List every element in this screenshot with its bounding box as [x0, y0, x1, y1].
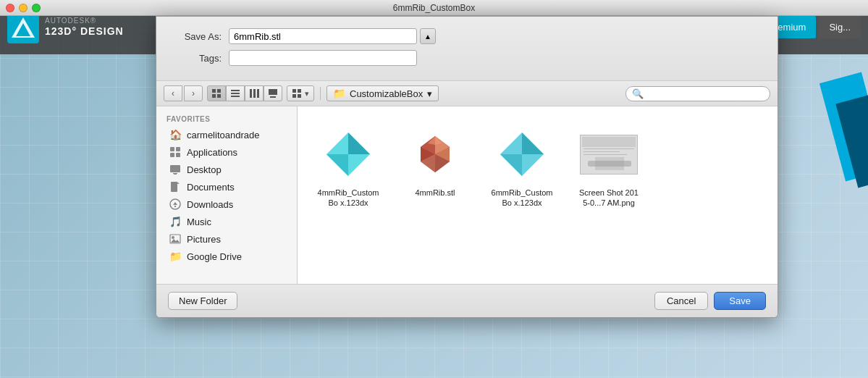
sidebar-item-pictures[interactable]: Pictures [159, 230, 294, 248]
svg-rect-25 [174, 174, 177, 175]
signin-button[interactable]: Sig... [819, 16, 861, 38]
sidebar-item-label-music: Music [187, 217, 211, 227]
search-input[interactable] [646, 88, 764, 98]
view-icon-cover[interactable] [264, 85, 282, 101]
autodesk-logo-icon [7, 12, 39, 43]
svg-rect-13 [269, 89, 277, 95]
up-arrow-button[interactable]: ▲ [420, 28, 436, 44]
back-button[interactable]: ‹ [164, 85, 182, 101]
close-button[interactable] [6, 4, 14, 12]
cancel-button[interactable]: Cancel [654, 292, 708, 310]
view-size-dropdown[interactable]: ▾ [287, 85, 314, 101]
nav-buttons: ‹ › [164, 85, 203, 101]
tags-input[interactable] [229, 50, 417, 66]
list-icon [230, 88, 240, 98]
svg-rect-5 [212, 94, 216, 98]
autodesk-logo: AUTODESK® 123D° DESIGN [7, 12, 124, 43]
file-item-4mmrib-123dx[interactable]: 4mmRib_CustomBo x.123dx [312, 121, 384, 213]
sidebar-item-label-applications: Applications [187, 147, 237, 158]
svg-marker-29 [173, 202, 177, 205]
file-thumb-6mmrib-123dx [493, 125, 551, 183]
svg-rect-19 [170, 147, 174, 151]
sidebar-item-label-desktop: Desktop [187, 164, 222, 175]
file-thumb-screenshot [580, 125, 638, 183]
desktop-icon [169, 164, 181, 175]
save-as-input[interactable] [229, 28, 417, 44]
save-as-label: Save As: [171, 31, 229, 42]
svg-rect-15 [292, 89, 296, 93]
maximize-button[interactable] [32, 4, 41, 12]
file-item-screenshot[interactable]: Screen Shot 2015-0...7 AM.png [573, 121, 645, 213]
svg-rect-6 [217, 94, 221, 98]
sidebar-item-label-carmelitoandrade: carmelitoandrade [187, 130, 259, 140]
location-chevron-icon: ▾ [427, 88, 432, 99]
view-icon-grid[interactable] [207, 85, 226, 101]
file-icon-4mmrib-123dx [323, 129, 374, 180]
view-icon-list[interactable] [226, 85, 245, 101]
sidebar-item-google-drive[interactable]: 📁 Google Drive [159, 248, 294, 265]
google-drive-icon: 📁 [169, 251, 181, 262]
cover-icon [268, 88, 278, 98]
save-as-row: Save As: ▲ [171, 28, 763, 44]
svg-rect-11 [253, 89, 256, 98]
sidebar-item-applications[interactable]: Applications [159, 143, 294, 161]
minimize-button[interactable] [19, 4, 28, 12]
svg-rect-54 [588, 161, 631, 167]
home-icon: 🏠 [169, 129, 181, 140]
sidebar-item-label-pictures: Pictures [187, 234, 221, 245]
deco-bars [810, 54, 868, 378]
svg-rect-10 [250, 89, 252, 98]
svg-rect-9 [231, 96, 240, 97]
dialog-top: Save As: ▲ Tags: [156, 17, 778, 81]
svg-marker-46 [522, 133, 544, 154]
file-name-4mmrib-123dx: 4mmRib_CustomBo x.123dx [316, 188, 380, 209]
columns-icon [249, 88, 259, 98]
svg-marker-47 [500, 154, 522, 176]
sidebar-item-documents[interactable]: Documents [159, 178, 294, 196]
svg-rect-16 [298, 89, 301, 93]
downloads-icon [169, 198, 181, 210]
location-label: CustomizableBox [350, 88, 423, 99]
dialog-body: FAVORITES 🏠 carmelitoandrade Application… [156, 106, 778, 284]
search-icon: 🔍 [632, 88, 644, 99]
sidebar-item-carmelitoandrade[interactable]: 🏠 carmelitoandrade [159, 126, 294, 143]
new-folder-button[interactable]: New Folder [168, 292, 237, 310]
file-item-4mmrib-stl[interactable]: 4mmRib.stl [399, 121, 471, 213]
folder-icon: 📁 [333, 88, 345, 99]
documents-icon [169, 181, 181, 193]
forward-button[interactable]: › [184, 85, 203, 101]
music-icon: 🎵 [169, 216, 181, 227]
sidebar-item-label-documents: Documents [187, 182, 235, 193]
svg-rect-51 [583, 151, 620, 152]
design-label: 123D° DESIGN [45, 25, 124, 38]
autodesk-label: AUTODESK® [45, 17, 124, 25]
window-titlebar: 6mmRib_CustomBox [0, 0, 868, 16]
save-button[interactable]: Save [714, 292, 766, 310]
file-item-6mmrib-123dx[interactable]: 6mmRib_CustomBo x.123dx [486, 121, 558, 213]
window-controls [6, 4, 41, 12]
sidebar-item-downloads[interactable]: Downloads [159, 196, 294, 213]
file-name-screenshot: Screen Shot 2015-0...7 AM.png [577, 188, 641, 209]
svg-rect-24 [173, 173, 177, 174]
view-icon-columns[interactable] [245, 85, 264, 101]
svg-marker-35 [348, 133, 370, 154]
svg-rect-7 [231, 90, 240, 91]
svg-marker-27 [177, 182, 180, 184]
svg-point-32 [172, 236, 174, 239]
screenshot-preview [580, 135, 638, 175]
svg-rect-3 [212, 89, 216, 93]
svg-rect-50 [583, 148, 634, 149]
svg-rect-8 [231, 93, 240, 94]
dialog-toolbar: ‹ › [156, 81, 778, 106]
sidebar-item-music[interactable]: 🎵 Music [159, 213, 294, 230]
file-thumb-4mmrib-stl [406, 125, 464, 183]
svg-rect-26 [171, 182, 177, 192]
chevron-down-icon: ▾ [305, 89, 309, 98]
file-name-4mmrib-stl: 4mmRib.stl [415, 188, 455, 198]
sidebar-item-desktop[interactable]: Desktop [159, 161, 294, 178]
grid-icon [211, 88, 222, 98]
svg-rect-23 [170, 165, 180, 172]
dialog-actions: Cancel Save [654, 292, 766, 310]
location-button[interactable]: 📁 CustomizableBox ▾ [326, 85, 439, 101]
svg-rect-17 [292, 94, 296, 98]
